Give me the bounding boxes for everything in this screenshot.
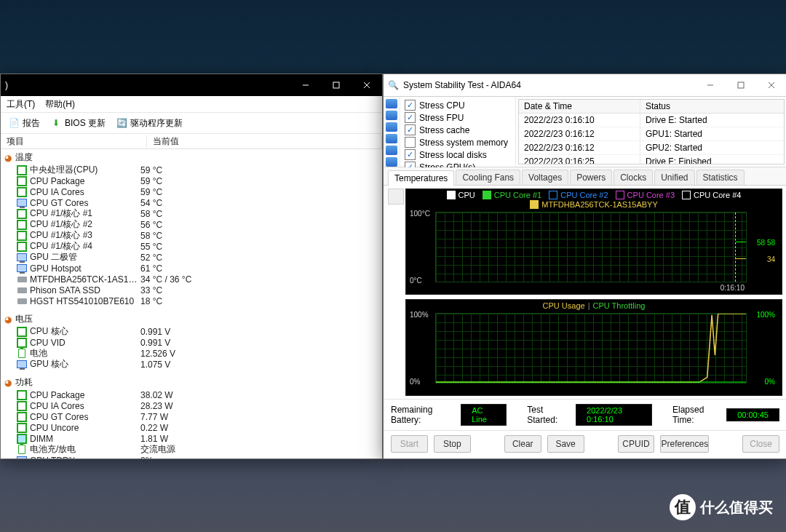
sensor-row[interactable]: CPU GT Cores54 °C — [1, 197, 382, 208]
hdd-icon — [17, 297, 27, 306]
sensor-row[interactable]: CPU IA Cores59 °C — [1, 186, 382, 197]
col-datetime[interactable]: Date & Time — [519, 100, 640, 113]
titlebar[interactable]: ) — [1, 74, 382, 96]
stress-option[interactable]: Stress local disks — [405, 149, 512, 160]
sensor-row[interactable]: CPU #1/核心 #455 °C — [1, 241, 382, 252]
stress-option[interactable]: Stress CPU — [405, 100, 512, 111]
sensor-row[interactable]: CPU #1/核心 #256 °C — [1, 219, 382, 230]
sensor-label: CPU GT Cores — [30, 412, 140, 422]
sensor-list[interactable]: ◕温度中央处理器(CPU)59 °CCPU Package59 °CCPU IA… — [1, 149, 382, 458]
close-dialog-button[interactable]: Close — [742, 435, 779, 453]
checkbox[interactable] — [405, 100, 416, 111]
checkbox[interactable] — [405, 149, 416, 160]
sensor-row[interactable]: GPU Hotspot61 °C — [1, 263, 382, 274]
checkbox[interactable] — [405, 137, 416, 148]
driver-update-button[interactable]: 🔄驱动程序更新 — [113, 116, 186, 131]
chip-icon — [17, 231, 27, 240]
tab-cooling-fans[interactable]: Cooling Fans — [456, 170, 520, 185]
chart2-title: CPU Usage|CPU Throttling — [406, 300, 782, 311]
sensor-row[interactable]: HGST HTS541010B7E61018 °C — [1, 295, 382, 306]
sensor-row[interactable]: CPU #1/核心 #158 °C — [1, 208, 382, 219]
stress-option[interactable]: Stress FPU — [405, 112, 512, 123]
cpuid-button[interactable]: CPUID — [618, 435, 655, 453]
section-temp[interactable]: ◕温度 — [1, 151, 382, 164]
stress-label: Stress system memory — [419, 138, 508, 148]
batt-icon — [17, 445, 27, 454]
sensor-row[interactable]: GPU TDP%0% — [1, 455, 382, 458]
sensor-label: CPU 核心 — [30, 325, 140, 338]
titlebar[interactable]: 🔍System Stability Test - AIDA64 — [384, 74, 786, 97]
maximize-button[interactable] — [321, 74, 352, 96]
clear-button[interactable]: Clear — [504, 435, 541, 453]
chart-legend-side — [388, 188, 404, 396]
legend-ssd[interactable]: MTFDHBA256TCK-1AS15ABYY — [541, 200, 658, 209]
status-log[interactable]: Date & TimeStatus 2022/2/23 0:16:10Drive… — [518, 99, 785, 164]
checkbox[interactable] — [405, 124, 416, 135]
tab-statistics[interactable]: Statistics — [696, 170, 745, 185]
sensor-row[interactable]: GPU 核心1.075 V — [1, 359, 382, 370]
col-item[interactable]: 项目 — [1, 135, 147, 148]
sensor-value: 33 °C — [140, 285, 382, 295]
tab-powers[interactable]: Powers — [570, 170, 612, 185]
status-row[interactable]: 2022/2/23 0:16:10Drive E: Started — [519, 114, 784, 127]
batt-icon — [17, 349, 27, 358]
sensor-value: 34 °C / 36 °C — [140, 274, 382, 285]
sensor-row[interactable]: CPU Uncore0.22 W — [1, 422, 382, 433]
minimize-button[interactable] — [290, 74, 321, 96]
section-power[interactable]: ◕功耗 — [1, 376, 382, 389]
stress-label: Stress CPU — [419, 100, 465, 111]
stress-label: Stress cache — [419, 125, 469, 135]
stop-button[interactable]: Stop — [434, 435, 471, 453]
save-button[interactable]: Save — [547, 435, 584, 453]
sensor-row[interactable]: 中央处理器(CPU)59 °C — [1, 164, 382, 175]
sensor-row[interactable]: CPU IA Cores28.23 W — [1, 400, 382, 411]
tab-clocks[interactable]: Clocks — [614, 170, 653, 185]
sensor-value: 7.77 W — [140, 412, 382, 422]
sensor-value: 59 °C — [140, 187, 382, 197]
preferences-button[interactable]: Preferences — [660, 435, 709, 453]
button-row: Start Stop Clear Save CPUID Preferences … — [384, 430, 786, 458]
start-button[interactable]: Start — [391, 435, 428, 453]
checkbox[interactable] — [405, 112, 416, 123]
close-button[interactable] — [756, 74, 786, 96]
gchip-icon — [17, 434, 27, 443]
close-button[interactable] — [352, 74, 382, 96]
status-datetime: 2022/2/23 0:16:10 — [519, 114, 640, 127]
bios-update-button[interactable]: ⬇BIOS 更新 — [47, 116, 108, 131]
col-value[interactable]: 当前值 — [147, 135, 382, 148]
sensor-row[interactable]: CPU VID0.991 V — [1, 337, 382, 348]
sensor-row[interactable]: CPU GT Cores7.77 W — [1, 411, 382, 422]
sensor-row[interactable]: CPU #1/核心 #358 °C — [1, 230, 382, 241]
chip-icon — [17, 424, 27, 432]
status-row[interactable]: 2022/2/23 0:16:12GPU1: Started — [519, 127, 784, 141]
stress-option[interactable]: Stress cache — [405, 124, 512, 135]
sensor-row[interactable]: CPU Package59 °C — [1, 175, 382, 186]
sensors-window: ) 工具(T) 帮助(H) 📄报告 ⬇BIOS 更新 🔄驱动程序更新 项目 当前… — [0, 74, 383, 459]
tab-unified[interactable]: Unified — [654, 170, 694, 185]
menu-tools[interactable]: 工具(T) — [7, 98, 35, 111]
maximize-button[interactable] — [726, 74, 756, 96]
side-icons — [384, 97, 400, 167]
tab-voltages[interactable]: Voltages — [522, 170, 568, 185]
report-button[interactable]: 📄报告 — [5, 116, 43, 131]
stress-option[interactable]: Stress system memory — [405, 137, 512, 148]
sensor-row[interactable]: MTFDHBA256TCK-1AS15ABYY34 °C / 36 °C — [1, 274, 382, 285]
sensor-row[interactable]: 电池12.526 V — [1, 348, 382, 359]
test-started-value: 2022/2/23 0:16:10 — [576, 404, 652, 426]
sensor-row[interactable]: CPU Package38.02 W — [1, 389, 382, 400]
chip-icon — [17, 188, 27, 196]
sensor-row[interactable]: DIMM1.81 W — [1, 433, 382, 444]
minimize-button[interactable] — [695, 74, 726, 96]
hdd-icon — [17, 275, 27, 284]
sensor-label: MTFDHBA256TCK-1AS15ABYY — [30, 274, 140, 285]
col-status[interactable]: Status — [640, 100, 784, 113]
status-row[interactable]: 2022/2/23 0:16:25Drive F: Finished — [519, 155, 784, 164]
menu-help[interactable]: 帮助(H) — [45, 98, 75, 111]
sensor-row[interactable]: Phison SATA SSD33 °C — [1, 285, 382, 295]
sensor-row[interactable]: 电池充/放电交流电源 — [1, 444, 382, 455]
status-row[interactable]: 2022/2/23 0:16:12GPU2: Started — [519, 141, 784, 155]
section-volt[interactable]: ◕电压 — [1, 312, 382, 326]
tab-temperatures[interactable]: Temperatures — [388, 170, 454, 186]
sensor-row[interactable]: GPU 二极管52 °C — [1, 252, 382, 263]
sensor-row[interactable]: CPU 核心0.991 V — [1, 326, 382, 337]
